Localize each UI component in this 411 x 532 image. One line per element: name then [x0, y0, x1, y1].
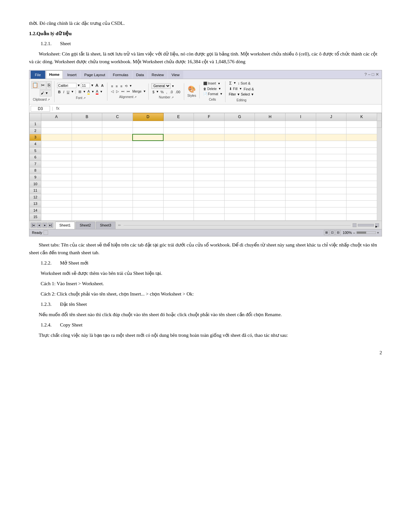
cell-B13[interactable]	[72, 201, 102, 207]
cell-E6[interactable]	[163, 154, 194, 161]
cell-H8[interactable]	[255, 167, 286, 174]
align-left-btn[interactable]: ◁	[110, 89, 115, 94]
comma-btn[interactable]: ,	[165, 90, 168, 94]
align-top-center-btn[interactable]: ≡	[115, 84, 119, 88]
hscroll-thumb[interactable]	[358, 224, 374, 226]
cell-H6[interactable]	[255, 154, 286, 161]
page-layout-view-btn[interactable]: ⊡	[330, 230, 335, 235]
cell-C6[interactable]	[102, 154, 133, 161]
cell-J14[interactable]	[316, 207, 346, 214]
zoom-slider[interactable]	[356, 231, 376, 234]
cell-J6[interactable]	[316, 154, 346, 161]
cell-G1[interactable]	[224, 121, 255, 128]
cell-D6[interactable]	[133, 154, 163, 161]
cell-F15[interactable]	[194, 214, 225, 221]
border-btn[interactable]: ⊞	[77, 89, 82, 94]
cell-A7[interactable]	[41, 161, 72, 167]
cell-B4[interactable]	[72, 141, 102, 147]
cell-F3[interactable]	[194, 134, 225, 141]
cell-I8[interactable]	[286, 167, 316, 174]
cell-E10[interactable]	[163, 181, 194, 187]
cell-I2[interactable]	[286, 127, 316, 134]
cell-H1[interactable]	[255, 121, 286, 128]
cell-E13[interactable]	[163, 201, 194, 207]
cell-K11[interactable]	[346, 187, 377, 194]
cell-K4[interactable]	[346, 141, 377, 147]
cell-F1[interactable]	[194, 121, 225, 128]
cell-A8[interactable]	[41, 167, 72, 174]
cell-H15[interactable]	[255, 214, 286, 221]
cell-B7[interactable]	[72, 161, 102, 167]
cell-F7[interactable]	[194, 161, 225, 167]
cell-D13[interactable]	[133, 201, 163, 207]
cell-C14[interactable]	[102, 207, 133, 214]
cell-J1[interactable]	[316, 121, 346, 128]
sheet-nav-last[interactable]: ▸|	[48, 223, 53, 228]
zoom-plus[interactable]: +	[377, 230, 379, 236]
cell-J3[interactable]	[316, 134, 346, 141]
indent-decrease-btn[interactable]: ↤	[120, 89, 125, 94]
cell-C12[interactable]	[102, 194, 133, 201]
cell-G12[interactable]	[224, 194, 255, 201]
cell-F11[interactable]	[194, 187, 225, 194]
col-header-A[interactable]: A	[41, 113, 72, 121]
sheet-nav-prev[interactable]: ◂	[36, 223, 42, 228]
fill-btn[interactable]: ⬇ Fill	[228, 86, 238, 91]
cell-H12[interactable]	[255, 194, 286, 201]
currency-btn[interactable]: $	[151, 90, 155, 94]
cell-H14[interactable]	[255, 207, 286, 214]
cell-K2[interactable]	[346, 127, 377, 134]
increase-font-btn[interactable]: A	[95, 83, 99, 88]
cell-H5[interactable]	[255, 147, 286, 154]
cell-J8[interactable]	[316, 167, 346, 174]
merge-btn[interactable]: Merge	[131, 89, 142, 94]
cell-C13[interactable]	[102, 201, 133, 207]
cell-E12[interactable]	[163, 194, 194, 201]
cell-A6[interactable]	[41, 154, 72, 161]
cell-H11[interactable]	[255, 187, 286, 194]
cell-H2[interactable]	[255, 127, 286, 134]
cell-G11[interactable]	[224, 187, 255, 194]
cell-J13[interactable]	[316, 201, 346, 207]
cell-B8[interactable]	[72, 167, 102, 174]
cell-J4[interactable]	[316, 141, 346, 147]
cell-A4[interactable]	[41, 141, 72, 147]
font-name-input[interactable]	[57, 83, 76, 88]
status-icon[interactable]	[44, 230, 48, 235]
bold-btn[interactable]: B	[57, 90, 62, 94]
cell-C11[interactable]	[102, 187, 133, 194]
cell-G3[interactable]	[224, 134, 255, 141]
styles-btn[interactable]: 🎨	[187, 85, 197, 93]
align-center-btn[interactable]: ▷	[115, 89, 120, 94]
cell-K13[interactable]	[346, 201, 377, 207]
cell-C10[interactable]	[102, 181, 133, 187]
sort-filter-btn[interactable]: ↕ Sort &	[237, 81, 251, 85]
cell-F4[interactable]	[194, 141, 225, 147]
cell-F14[interactable]	[194, 207, 225, 214]
cell-H9[interactable]	[255, 174, 286, 181]
cell-B6[interactable]	[72, 154, 102, 161]
cell-G8[interactable]	[224, 167, 255, 174]
cell-H10[interactable]	[255, 181, 286, 187]
tab-review[interactable]: Review	[148, 71, 167, 79]
cell-E15[interactable]	[163, 214, 194, 221]
cell-G4[interactable]	[224, 141, 255, 147]
page-break-view-btn[interactable]: ⊟	[336, 230, 341, 235]
cell-F8[interactable]	[194, 167, 225, 174]
cell-A13[interactable]	[41, 201, 72, 207]
cell-G7[interactable]	[224, 161, 255, 167]
indent-increase-btn[interactable]: ↦	[126, 89, 131, 94]
cell-E11[interactable]	[163, 187, 194, 194]
delete-btn[interactable]: 🗑 Delete	[202, 87, 218, 91]
cell-I12[interactable]	[286, 194, 316, 201]
cell-I13[interactable]	[286, 201, 316, 207]
col-header-C[interactable]: C	[102, 113, 133, 121]
cell-K10[interactable]	[346, 181, 377, 187]
cell-D8[interactable]	[133, 167, 163, 174]
cell-K5[interactable]	[346, 147, 377, 154]
cell-K9[interactable]	[346, 174, 377, 181]
cell-F2[interactable]	[194, 127, 225, 134]
cell-C5[interactable]	[102, 147, 133, 154]
cell-D7[interactable]	[133, 161, 163, 167]
cell-E2[interactable]	[163, 127, 194, 134]
